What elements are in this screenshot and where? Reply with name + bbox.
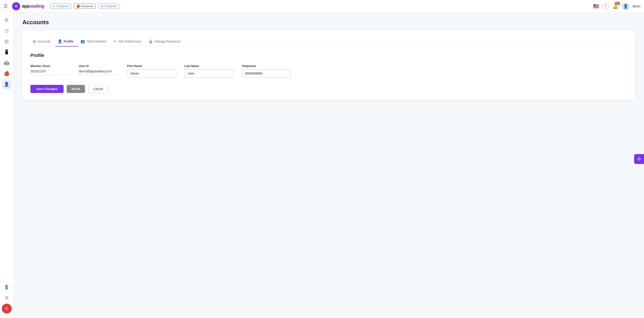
tab-profile[interactable]: 👤 Profile [56,37,78,47]
apple-tag-icon: 🍎 [76,5,80,8]
logo-text: appsealing [22,4,44,9]
sidebar-item-reports[interactable]: ▤ [2,36,12,46]
sidebar-item-mobile[interactable]: 📱 [2,47,12,57]
cancel-button[interactable]: Cancel [88,85,108,93]
sidebar-item-g[interactable]: G [2,304,12,313]
reset-button[interactable]: Reset [67,85,85,93]
user-id-group: User Id demo@appsealing.com [79,64,119,75]
language-flag[interactable]: 🇺🇸 [593,3,599,9]
sidebar-item-apple[interactable]: 🍎 [2,69,12,78]
first-name-input[interactable] [127,69,176,78]
last-name-label: Last Name [184,64,234,68]
team-tab-icon: 👥 [80,39,85,44]
user-id-label: User Id [79,64,119,68]
tab-team-member[interactable]: 👥 Team Member [78,37,112,47]
password-tab-icon: 🔒 [148,39,153,44]
sidebar-item-history[interactable]: ◷ [2,26,12,35]
telephone-label: Telephone [242,64,291,68]
accounts-tab-icon: ▤ [33,39,36,44]
member-since-value: 2019/11/07 [30,69,71,75]
save-changes-button[interactable]: Save Changes [30,85,64,93]
sidebar-item-dashboard[interactable]: ⊞ [2,15,12,25]
sidebar-item-billing[interactable]: 💲 [2,282,12,292]
member-since-group: Member Since 2019/11/07 [30,64,71,75]
page-title: Accounts [22,19,635,26]
logo-icon: A [12,2,20,10]
notification-badge: 30+ [615,2,620,5]
tab-change-password[interactable]: 🔒 Change Password [146,37,185,47]
form-actions: Save Changes Reset Cancel [30,85,627,93]
tabs: ▤ Accounts 👤 Profile 👥 Team Member ✏ Sit… [30,37,627,47]
topnav-right: 🇺🇸 ? 🔔 30+ 👤 demo [593,3,640,10]
preferences-tab-icon: ✏ [114,39,117,44]
apple-enterprise-tag[interactable]: 🍎 Enterprise [74,4,96,9]
profile-tab-icon: 👤 [58,39,62,44]
logo: A appsealing [12,2,44,10]
sidebar: ⊞ ◷ ▤ 📱 🤖 🍎 👤 💲 ⚙ G [0,13,14,318]
user-avatar[interactable]: 👤 [622,3,630,10]
user-id-value: demo@appsealing.com [79,69,119,75]
profile-form-row: Member Since 2019/11/07 User Id demo@app… [30,64,627,78]
unity-enterprise-tag[interactable]: ⊞ Enterprise [98,4,119,9]
main-content: Accounts ▤ Accounts 👤 Profile 👥 Team Mem… [14,13,644,318]
help-button[interactable]: ? [602,3,609,10]
android-enterprise-tag[interactable]: ✦ Enterprise [50,4,71,9]
last-name-group: Last Name [184,64,234,78]
telephone-input[interactable] [242,69,291,78]
sidebar-item-android[interactable]: 🤖 [2,58,12,68]
topnav: ☰ A appsealing ✦ Enterprise 🍎 Enterprise… [0,0,644,13]
unity-tag-icon: ⊞ [101,5,103,8]
profile-section-title: Profile [30,53,627,58]
user-name[interactable]: demo [632,5,640,8]
android-tag-icon: ✦ [53,5,55,8]
sidebar-item-profile[interactable]: 👤 [2,79,12,89]
first-name-label: First Name [127,64,176,68]
tab-accounts[interactable]: ▤ Accounts [30,37,56,47]
accounts-card: ▤ Accounts 👤 Profile 👥 Team Member ✏ Sit… [22,30,635,100]
member-since-label: Member Since [30,64,71,68]
fab-settings-button[interactable]: ⚙ [634,154,644,164]
notifications-button[interactable]: 🔔 30+ [612,3,619,10]
sidebar-item-settings[interactable]: ⚙ [2,293,12,303]
hamburger-icon[interactable]: ☰ [4,4,8,9]
telephone-group: Telephone [242,64,291,78]
tab-site-preferences[interactable]: ✏ Site Preferences [112,37,146,47]
first-name-group: First Name [127,64,176,78]
last-name-input[interactable] [184,69,234,78]
